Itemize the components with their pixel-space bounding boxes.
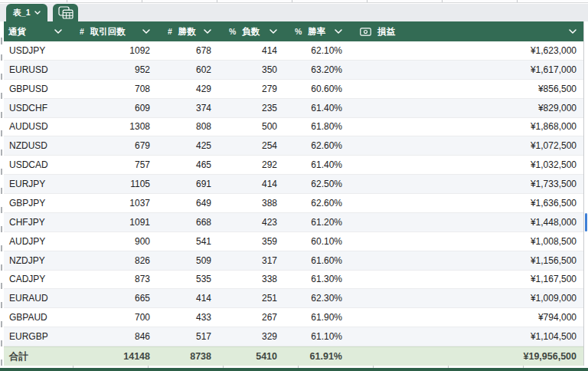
cell-winrate[interactable]: 61.30%: [284, 274, 349, 284]
chevron-down-icon[interactable]: [569, 29, 577, 34]
cell-winrate[interactable]: 62.30%: [284, 293, 349, 304]
cell-winrate[interactable]: 63.20%: [284, 64, 349, 75]
cell-winrate[interactable]: 62.50%: [284, 179, 349, 189]
column-header-losses[interactable]: % 負数: [218, 21, 284, 41]
cell-currency[interactable]: CHFJPY: [4, 217, 69, 228]
cell-currency[interactable]: EURJPY: [4, 179, 69, 189]
table-row[interactable]: EURJPY 1105 691 414 62.50% ¥1,733,500: [4, 175, 583, 194]
total-wins[interactable]: 8738: [157, 351, 218, 362]
cell-wins[interactable]: 602: [157, 64, 218, 75]
cell-winrate[interactable]: 62.60%: [284, 198, 349, 208]
cell-currency[interactable]: CADJPY: [4, 274, 69, 284]
total-winrate[interactable]: 61.91%: [284, 351, 349, 362]
cell-trades[interactable]: 708: [69, 84, 157, 94]
cell-trades[interactable]: 700: [69, 312, 157, 323]
cell-losses[interactable]: 279: [218, 84, 284, 94]
cell-trades[interactable]: 1092: [69, 45, 157, 56]
chevron-down-icon[interactable]: [335, 29, 342, 34]
table-row[interactable]: NZDUSD 679 425 254 62.60% ¥1,072,500: [4, 136, 583, 156]
cell-winrate[interactable]: 61.40%: [284, 159, 349, 170]
cell-trades[interactable]: 1105: [69, 179, 157, 189]
cell-wins[interactable]: 678: [157, 45, 218, 56]
cell-pnl[interactable]: ¥1,104,500: [349, 331, 583, 342]
cell-wins[interactable]: 517: [157, 331, 218, 342]
cell-pnl[interactable]: ¥1,617,000: [349, 64, 583, 75]
chevron-down-icon[interactable]: [34, 11, 41, 15]
cell-wins[interactable]: 649: [157, 198, 218, 208]
table-row[interactable]: EURGBP 846 517 329 61.10% ¥1,104,500: [4, 327, 583, 346]
cell-winrate[interactable]: 61.40%: [284, 103, 349, 113]
cell-winrate[interactable]: 61.20%: [284, 217, 349, 228]
table-row[interactable]: GBPJPY 1037 649 388 62.60% ¥1,636,500: [4, 194, 583, 213]
cell-wins[interactable]: 808: [157, 121, 218, 132]
cell-winrate[interactable]: 61.10%: [284, 331, 349, 342]
column-header-winrate[interactable]: % 勝率: [284, 21, 349, 41]
cell-trades[interactable]: 757: [69, 159, 157, 170]
cell-losses[interactable]: 414: [218, 179, 284, 189]
cell-losses[interactable]: 235: [218, 103, 284, 113]
cell-winrate[interactable]: 60.10%: [284, 236, 349, 247]
cell-wins[interactable]: 433: [157, 312, 218, 323]
cell-losses[interactable]: 388: [218, 198, 284, 208]
cell-currency[interactable]: NZDUSD: [4, 140, 69, 151]
cell-trades[interactable]: 1308: [69, 121, 157, 132]
chevron-down-icon[interactable]: [204, 29, 211, 34]
table-row[interactable]: AUDUSD 1308 808 500 61.80% ¥1,868,000: [4, 118, 583, 137]
column-header-currency[interactable]: 通貨: [4, 21, 69, 41]
table-row[interactable]: CADJPY 873 535 338 61.30% ¥1,167,500: [4, 271, 583, 290]
cell-losses[interactable]: 329: [218, 331, 284, 342]
table-row[interactable]: GBPAUD 700 433 267 61.90% ¥794,000: [4, 308, 583, 327]
cell-currency[interactable]: NZDJPY: [4, 255, 69, 266]
cell-losses[interactable]: 267: [218, 312, 284, 323]
cell-trades[interactable]: 609: [69, 103, 157, 113]
cell-currency[interactable]: AUDJPY: [4, 236, 69, 247]
table-row[interactable]: CHFJPY 1091 668 423 61.20% ¥1,448,000: [4, 213, 583, 232]
cell-winrate[interactable]: 61.80%: [284, 121, 349, 132]
cell-pnl[interactable]: ¥1,032,500: [349, 159, 583, 170]
cell-currency[interactable]: GBPJPY: [4, 198, 69, 208]
cell-winrate[interactable]: 60.60%: [284, 84, 349, 94]
column-header-pnl[interactable]: 損益: [349, 21, 583, 41]
table-row[interactable]: GBPUSD 708 429 279 60.60% ¥856,500: [4, 80, 583, 99]
cell-currency[interactable]: EURAUD: [4, 293, 69, 304]
add-table-tab[interactable]: [53, 4, 78, 21]
total-pnl[interactable]: ¥19,956,500: [349, 351, 583, 362]
cell-winrate[interactable]: 62.60%: [284, 140, 349, 151]
cell-losses[interactable]: 292: [218, 159, 284, 170]
cell-trades[interactable]: 1037: [69, 198, 157, 208]
total-trades[interactable]: 14148: [69, 351, 157, 362]
cell-losses[interactable]: 414: [218, 45, 284, 56]
tab-table-1[interactable]: 表_1: [6, 4, 47, 21]
cell-losses[interactable]: 338: [218, 274, 284, 284]
cell-trades[interactable]: 952: [69, 64, 157, 75]
cell-pnl[interactable]: ¥856,500: [349, 84, 583, 94]
cell-trades[interactable]: 846: [69, 331, 157, 342]
cell-winrate[interactable]: 61.60%: [284, 255, 349, 266]
cell-wins[interactable]: 668: [157, 217, 218, 228]
cell-wins[interactable]: 541: [157, 236, 218, 247]
cell-losses[interactable]: 317: [218, 255, 284, 266]
cell-losses[interactable]: 359: [218, 236, 284, 247]
cell-wins[interactable]: 509: [157, 255, 218, 266]
cell-wins[interactable]: 425: [157, 140, 218, 151]
cell-trades[interactable]: 679: [69, 140, 157, 151]
table-row[interactable]: USDCHF 609 374 235 61.40% ¥829,000: [4, 99, 583, 118]
table-row[interactable]: USDCAD 757 465 292 61.40% ¥1,032,500: [4, 156, 583, 175]
cell-wins[interactable]: 535: [157, 274, 218, 284]
cell-currency[interactable]: EURGBP: [4, 331, 69, 342]
cell-trades[interactable]: 900: [69, 236, 157, 247]
table-row[interactable]: AUDJPY 900 541 359 60.10% ¥1,008,500: [4, 232, 583, 251]
cell-wins[interactable]: 465: [157, 159, 218, 170]
table-row[interactable]: NZDJPY 826 509 317 61.60% ¥1,156,500: [4, 251, 583, 271]
cell-currency[interactable]: AUDUSD: [4, 121, 69, 132]
total-losses[interactable]: 5410: [218, 351, 284, 362]
cell-pnl[interactable]: ¥1,008,500: [349, 236, 583, 247]
cell-losses[interactable]: 423: [218, 217, 284, 228]
scroll-indicator[interactable]: [585, 213, 587, 231]
cell-currency[interactable]: USDJPY: [4, 45, 69, 56]
cell-pnl[interactable]: ¥1,167,500: [349, 274, 583, 284]
cell-pnl[interactable]: ¥1,636,500: [349, 198, 583, 208]
cell-pnl[interactable]: ¥794,000: [349, 312, 583, 323]
cell-losses[interactable]: 350: [218, 64, 284, 75]
cell-pnl[interactable]: ¥1,009,000: [349, 293, 583, 304]
